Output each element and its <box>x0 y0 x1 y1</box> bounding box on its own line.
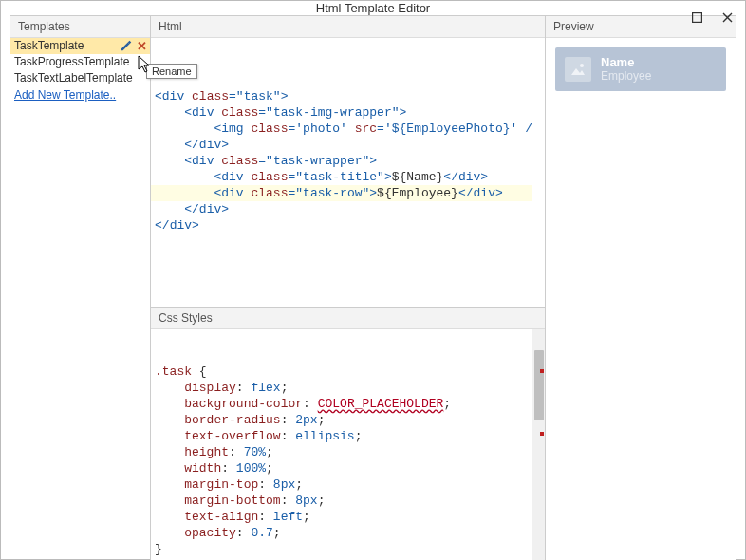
html-header: Html <box>151 16 545 38</box>
close-icon[interactable] <box>717 7 737 28</box>
add-template-link[interactable]: Add New Template.. <box>10 86 150 103</box>
template-item-task[interactable]: TaskTemplate ✕ <box>10 38 150 54</box>
css-code-editor[interactable]: .task { display: flex; background-color:… <box>151 329 545 560</box>
rename-tooltip: Rename <box>146 64 197 79</box>
preview-task-card: Name Employee <box>555 47 726 91</box>
template-item-label: TaskTextLabelTemplate <box>14 71 133 84</box>
pencil-icon[interactable] <box>120 39 133 54</box>
template-item-textlabel[interactable]: TaskTextLabelTemplate <box>10 70 150 86</box>
preview-panel: Preview Name Employee <box>546 16 736 560</box>
preview-employee-label: Employee <box>601 69 651 84</box>
placeholder-image-icon <box>565 57 591 82</box>
templates-header: Templates <box>10 16 150 38</box>
svg-rect-0 <box>692 12 701 22</box>
css-editor-pane: Css Styles .task { display: flex; backgr… <box>151 307 545 560</box>
preview-body: Name Employee <box>546 38 736 560</box>
preview-name-label: Name <box>601 55 651 69</box>
templates-list: TaskTemplate ✕ TaskProgressTemplate Task… <box>10 38 150 103</box>
editor-window: Html Template Editor Templates TaskTempl… <box>0 0 746 560</box>
template-item-label: TaskTemplate <box>14 39 84 52</box>
css-header: Css Styles <box>151 308 545 329</box>
html-editor-pane: Html <div class="task"> <div class="task… <box>151 16 545 307</box>
template-item-progress[interactable]: TaskProgressTemplate <box>10 54 150 70</box>
html-code-editor[interactable]: <div class="task"> <div class="task-img-… <box>151 38 545 307</box>
template-item-label: TaskProgressTemplate <box>14 55 129 68</box>
templates-panel: Templates TaskTemplate ✕ TaskProgressTem… <box>10 16 151 560</box>
maximize-icon[interactable] <box>686 7 707 28</box>
editors-panel: Html <div class="task"> <div class="task… <box>151 16 546 560</box>
window-title: Html Template Editor <box>316 1 430 15</box>
titlebar: Html Template Editor <box>1 1 745 15</box>
delete-icon[interactable]: ✕ <box>135 39 148 52</box>
content-area: Templates TaskTemplate ✕ TaskProgressTem… <box>10 15 736 560</box>
svg-point-3 <box>580 64 584 67</box>
